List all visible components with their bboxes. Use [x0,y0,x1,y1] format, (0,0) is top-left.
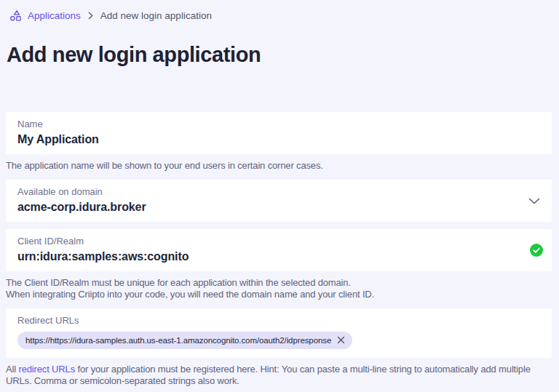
breadcrumb: Applications Add new login application [0,0,559,22]
redirect-urls-helper-text: All redirect URLs for your application m… [6,364,550,388]
name-helper-text: The application name will be shown to yo… [6,160,550,172]
redirect-urls-link[interactable]: redirect URLs [18,364,75,375]
x-icon[interactable] [337,336,345,344]
chevron-down-icon[interactable] [528,198,540,204]
client-id-label: Client ID/Realm [17,236,540,247]
chevron-right-icon [88,12,93,20]
client-id-helper-line1: The Client ID/Realm must be unique for e… [6,277,351,288]
redirect-helper-suffix: for your application must be registered … [6,364,531,387]
name-field-card[interactable]: Name [6,112,552,154]
breadcrumb-applications-link[interactable]: Applications [28,10,81,21]
breadcrumb-current: Add new login application [100,10,212,21]
name-label: Name [17,119,540,130]
client-id-input[interactable] [17,249,483,265]
redirect-url-chip: https://https://idura-samples.auth.us-ea… [17,332,352,349]
name-input[interactable] [17,132,483,148]
redirect-url-value: https://https://idura-samples.auth.us-ea… [25,336,331,345]
domain-value: acme-corp.idura.broker [17,199,540,215]
client-id-helper-text: The Client ID/Realm must be unique for e… [6,277,550,301]
redirect-helper-prefix: All [6,364,18,375]
check-circle-icon [530,244,543,257]
domain-select[interactable]: Available on domain acme-corp.idura.brok… [6,180,552,222]
shapes-icon [9,9,22,22]
page-title: Add new login application [7,43,559,67]
domain-label: Available on domain [17,186,540,198]
redirect-url-chip-list: https://https://idura-samples.auth.us-ea… [17,332,540,349]
client-id-helper-line2: When integrating Criipto into your code,… [6,289,374,300]
redirect-urls-field-card[interactable]: Redirect URLs https://https://idura-samp… [6,308,552,358]
client-id-field-card[interactable]: Client ID/Realm [6,229,552,271]
redirect-urls-label: Redirect URLs [17,315,540,327]
